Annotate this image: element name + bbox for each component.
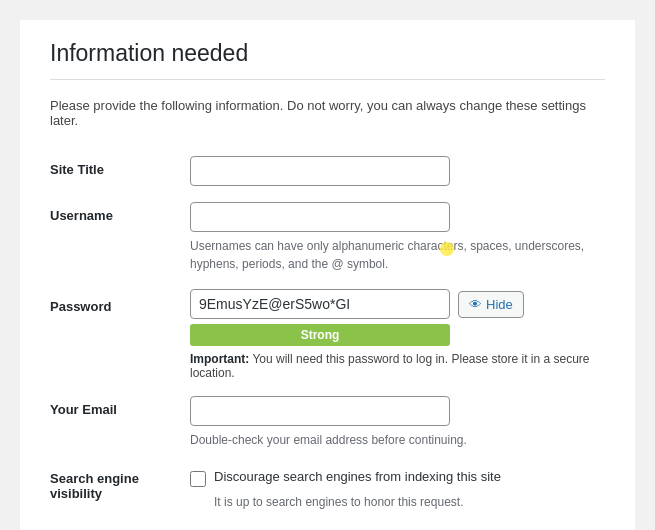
password-row: Password 👁 Hide Strong Important: You wi…	[50, 281, 605, 388]
username-input[interactable]	[190, 202, 450, 232]
important-bold: Important:	[190, 352, 249, 366]
site-title-input[interactable]	[190, 156, 450, 186]
username-hint: Usernames can have only alphanumeric cha…	[190, 237, 605, 273]
site-title-row: Site Title	[50, 148, 605, 194]
form-table: Site Title Username Usernames can have o…	[50, 148, 605, 519]
search-visibility-label: Search engine visibility	[50, 471, 139, 501]
search-visibility-row: Search engine visibility Discourage sear…	[50, 457, 605, 519]
email-hint: Double-check your email address before c…	[190, 431, 605, 449]
divider	[50, 79, 605, 80]
hide-label: Hide	[486, 297, 513, 312]
password-field-group: 👁 Hide	[190, 289, 605, 319]
search-visibility-checkbox-group: Discourage search engines from indexing …	[190, 469, 605, 487]
password-strength-bar: Strong	[190, 324, 450, 346]
username-label: Username	[50, 208, 113, 223]
search-visibility-checkbox-label[interactable]: Discourage search engines from indexing …	[214, 469, 501, 484]
main-container: Information needed Please provide the fo…	[20, 20, 635, 530]
page-description: Please provide the following information…	[50, 98, 605, 128]
eye-icon: 👁	[469, 297, 482, 312]
page-title: Information needed	[50, 40, 605, 67]
email-label: Your Email	[50, 402, 117, 417]
hide-password-button[interactable]: 👁 Hide	[458, 291, 524, 318]
password-label: Password	[50, 299, 111, 314]
important-text-content: You will need this password to log in. P…	[190, 352, 590, 380]
username-row: Username Usernames can have only alphanu…	[50, 194, 605, 281]
email-row: Your Email Double-check your email addre…	[50, 388, 605, 457]
password-hint: Important: You will need this password t…	[190, 352, 605, 380]
password-input[interactable]	[190, 289, 450, 319]
email-input[interactable]	[190, 396, 450, 426]
search-visibility-hint: It is up to search engines to honor this…	[214, 493, 605, 511]
site-title-label: Site Title	[50, 162, 104, 177]
search-visibility-checkbox[interactable]	[190, 471, 206, 487]
